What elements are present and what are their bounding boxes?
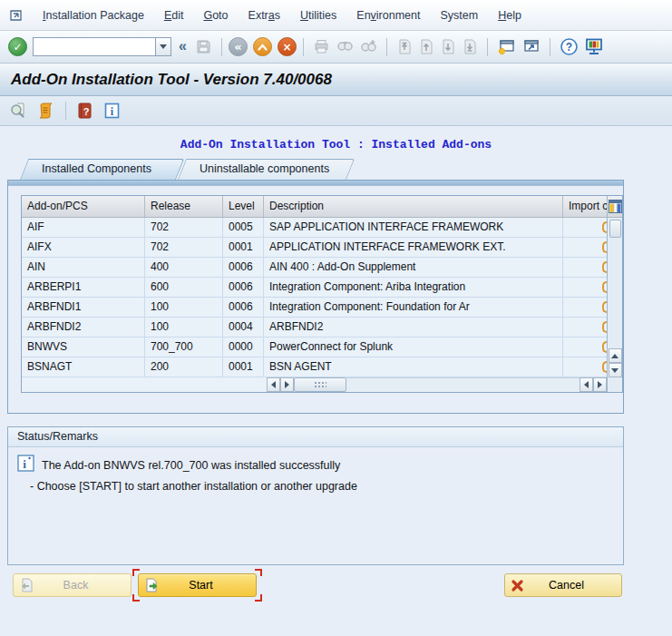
cell-level[interactable]: 0006 [223, 258, 264, 277]
cell-import-status[interactable] [563, 218, 607, 237]
last-page-icon[interactable] [462, 38, 478, 55]
scroll-right-end-icon[interactable] [593, 377, 607, 392]
cell-release[interactable]: 700_700 [145, 338, 223, 357]
cell-level[interactable]: 0004 [223, 318, 264, 337]
menu-installation-package[interactable]: Installation Package [33, 6, 154, 24]
back-button[interactable]: Back [13, 573, 131, 597]
menu-edit[interactable]: Edit [154, 6, 194, 24]
column-header-addon[interactable]: Add-on/PCS [22, 196, 145, 217]
cell-import-status[interactable] [563, 258, 607, 277]
enter-icon[interactable]: ✓ [8, 37, 27, 56]
menu-utilities[interactable]: Utilities [290, 6, 346, 24]
collapse-icon[interactable]: « [179, 38, 187, 54]
command-input[interactable] [33, 37, 155, 56]
cell-import-status[interactable] [563, 278, 607, 297]
cell-release[interactable]: 100 [145, 298, 223, 317]
table-row[interactable]: BNWVS700_7000000PowerConnect for Splunk [22, 338, 607, 357]
cell-description[interactable]: SAP APPLICATION INTERFACE FRAMEWORK [264, 218, 563, 237]
find-icon[interactable] [336, 38, 354, 55]
scroll-up-icon[interactable] [609, 348, 622, 363]
cell-import-status[interactable] [563, 338, 607, 357]
scroll-down-icon[interactable] [609, 363, 622, 377]
cell-level[interactable]: 0001 [223, 357, 264, 377]
logs-icon[interactable] [37, 102, 55, 120]
scroll-left-end-icon[interactable] [579, 377, 593, 392]
cell-level[interactable]: 0000 [223, 338, 264, 357]
cell-release[interactable]: 200 [145, 357, 223, 377]
table-row[interactable]: ARBFNDI21000004ARBFNDI2 [22, 318, 607, 338]
cell-description[interactable]: PowerConnect for Splunk [264, 338, 563, 357]
print-icon[interactable] [313, 38, 330, 55]
previous-page-icon[interactable] [418, 38, 434, 55]
cell-addon[interactable]: BSNAGT [22, 357, 145, 377]
scroll-right-icon[interactable] [280, 377, 294, 392]
vertical-scroll-thumb[interactable] [609, 220, 621, 238]
next-page-icon[interactable] [440, 38, 456, 55]
cell-addon[interactable]: ARBFNDI2 [22, 318, 145, 337]
cell-addon[interactable]: ARBERPI1 [22, 278, 145, 297]
cell-description[interactable]: ARBFNDI2 [264, 318, 563, 337]
customize-layout-icon[interactable] [584, 37, 604, 56]
information-icon[interactable]: i [103, 102, 121, 120]
cell-description[interactable]: AIN 400 : Add-On Supplement [264, 258, 563, 277]
menu-extras[interactable]: Extras [239, 6, 290, 24]
cell-level[interactable]: 0006 [223, 298, 264, 317]
column-header-level[interactable]: Level [223, 196, 264, 217]
back-icon[interactable]: « [229, 37, 248, 56]
table-row[interactable]: AIFX7020001APPLICATION INTERFACE FRAMEWO… [22, 238, 607, 258]
cell-level[interactable]: 0006 [223, 278, 264, 297]
menu-system[interactable]: System [430, 6, 488, 24]
create-shortcut-icon[interactable] [521, 38, 541, 55]
table-row[interactable]: AIN4000006AIN 400 : Add-On Supplement [22, 258, 607, 278]
cell-addon[interactable]: AIFX [22, 238, 145, 257]
cell-import-status[interactable] [563, 298, 607, 317]
cell-release[interactable]: 400 [145, 258, 223, 277]
cell-addon[interactable]: AIF [22, 218, 145, 237]
scroll-left-icon[interactable] [267, 377, 280, 392]
cell-addon[interactable]: ARBFNDI1 [22, 298, 145, 317]
exit-icon[interactable] [253, 37, 272, 56]
table-row[interactable]: ARBERPI16000006Integration Component: Ar… [22, 278, 607, 298]
column-header-import[interactable]: Import c [563, 196, 607, 217]
cell-addon[interactable]: AIN [22, 258, 145, 277]
system-menu-icon[interactable] [9, 8, 25, 23]
cell-import-status[interactable] [563, 357, 607, 377]
column-header-release[interactable]: Release [145, 196, 223, 217]
find-next-icon[interactable] [359, 38, 377, 55]
cancel-button[interactable]: Cancel [504, 573, 622, 597]
cell-release[interactable]: 600 [145, 278, 223, 297]
help-icon[interactable]: ? [560, 37, 579, 56]
menu-environment[interactable]: Environment [346, 6, 430, 24]
cell-description[interactable]: Integration Component: Ariba Integration [264, 278, 563, 297]
first-page-icon[interactable] [396, 38, 413, 55]
cell-import-status[interactable] [563, 238, 607, 257]
cell-release[interactable]: 100 [145, 318, 223, 337]
save-icon[interactable] [195, 38, 212, 55]
menu-goto[interactable]: Goto [193, 6, 238, 24]
cell-level[interactable]: 0005 [223, 218, 264, 237]
horizontal-scroll-track[interactable] [346, 377, 579, 392]
menu-help[interactable]: Help [488, 6, 531, 24]
column-header-description[interactable]: Description [264, 196, 563, 217]
table-row[interactable]: AIF7020005SAP APPLICATION INTERFACE FRAM… [22, 218, 607, 238]
start-button[interactable]: Start [138, 573, 257, 597]
cell-release[interactable]: 702 [145, 218, 223, 237]
table-row[interactable]: BSNAGT2000001BSN AGENT [22, 357, 607, 377]
tab-installed-components[interactable]: Installed Components [20, 159, 176, 180]
table-row[interactable]: ARBFNDI11000006Integration Component: Fo… [22, 298, 607, 318]
command-dropdown-icon[interactable] [155, 37, 171, 56]
cell-level[interactable]: 0001 [223, 238, 264, 257]
vertical-scroll-track[interactable] [608, 238, 622, 348]
cell-release[interactable]: 702 [145, 238, 223, 257]
new-session-icon[interactable] [497, 38, 516, 55]
horizontal-scroll-thumb[interactable] [294, 377, 346, 392]
cell-description[interactable]: Integration Component: Foundation for Ar [264, 298, 563, 317]
cell-import-status[interactable] [563, 318, 607, 337]
documentation-icon[interactable]: ? [76, 102, 93, 120]
cell-description[interactable]: BSN AGENT [264, 357, 563, 377]
cell-addon[interactable]: BNWVS [22, 338, 145, 357]
check-icon[interactable] [9, 102, 27, 120]
cell-description[interactable]: APPLICATION INTERFACE FRAMEWORK EXT. [264, 238, 563, 257]
table-settings-icon[interactable] [608, 196, 622, 218]
cancel-icon[interactable]: × [278, 37, 297, 56]
